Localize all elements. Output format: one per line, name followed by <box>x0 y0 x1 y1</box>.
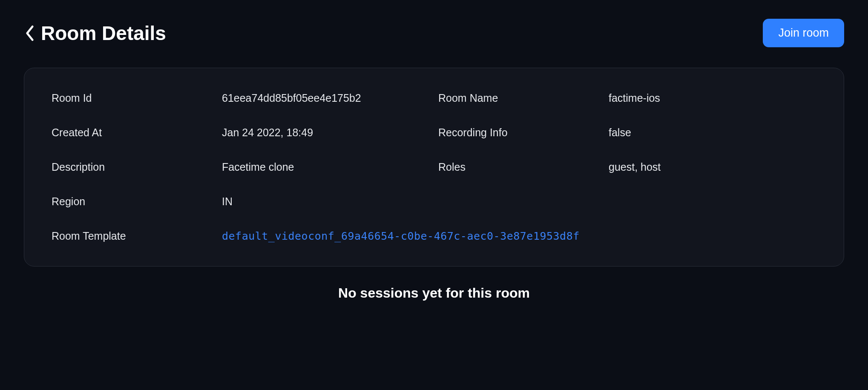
room-template-value-wrap: default_videoconf_69a46654-c0be-467c-aec… <box>222 230 816 242</box>
room-details-card: Room Id 61eea74dd85bf05ee4e175b2 Room Na… <box>24 68 844 267</box>
room-name-value: factime-ios <box>609 92 816 104</box>
recording-info-label: Recording Info <box>438 126 600 139</box>
region-label: Region <box>52 195 213 208</box>
room-template-label: Room Template <box>52 230 213 242</box>
room-name-label: Room Name <box>438 92 600 104</box>
created-at-label: Created At <box>52 126 213 139</box>
recording-info-value: false <box>609 126 816 139</box>
page-header: Room Details Join room <box>24 19 844 47</box>
back-icon[interactable] <box>24 24 36 43</box>
page-title: Room Details <box>41 22 166 45</box>
region-value: IN <box>222 195 430 208</box>
roles-label: Roles <box>438 161 600 173</box>
roles-value: guest, host <box>609 161 816 173</box>
description-label: Description <box>52 161 213 173</box>
room-id-label: Room Id <box>52 92 213 104</box>
description-value: Facetime clone <box>222 161 430 173</box>
room-id-value: 61eea74dd85bf05ee4e175b2 <box>222 92 430 104</box>
join-room-button[interactable]: Join room <box>763 19 844 47</box>
header-left: Room Details <box>24 22 166 45</box>
room-template-link[interactable]: default_videoconf_69a46654-c0be-467c-aec… <box>222 230 580 242</box>
sessions-empty-message: No sessions yet for this room <box>24 285 844 301</box>
details-grid: Room Id 61eea74dd85bf05ee4e175b2 Room Na… <box>52 92 816 242</box>
created-at-value: Jan 24 2022, 18:49 <box>222 126 430 139</box>
